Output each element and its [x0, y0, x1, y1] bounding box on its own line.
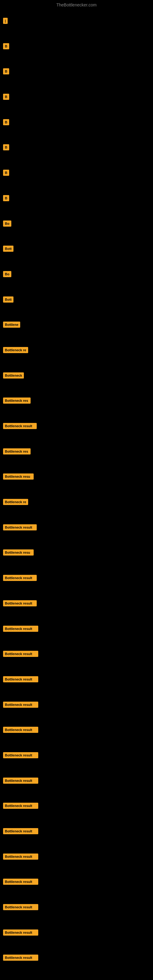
result-item: Bo: [3, 268, 150, 280]
result-item: Bottleneck result: [3, 420, 150, 432]
bottleneck-result-badge[interactable]: Bottleneck res: [3, 449, 30, 455]
result-item: Bottleneck result: [3, 850, 150, 863]
result-item: B: [3, 167, 150, 179]
result-item: |: [3, 15, 150, 27]
bottleneck-result-badge[interactable]: Bottleneck res: [3, 398, 30, 404]
bottleneck-result-badge[interactable]: B: [3, 195, 9, 201]
bottleneck-result-badge[interactable]: Bottleneck result: [3, 778, 38, 784]
bottleneck-result-badge[interactable]: Bottleneck result: [3, 651, 38, 657]
result-item: Bottleneck re: [3, 496, 150, 508]
bottleneck-result-badge[interactable]: Bott: [3, 246, 13, 252]
bottleneck-result-badge[interactable]: Bottleneck result: [3, 803, 38, 809]
result-item: B: [3, 116, 150, 128]
bottleneck-result-badge[interactable]: Bottleneck result: [3, 575, 37, 581]
bottleneck-result-badge[interactable]: Bottleneck result: [3, 904, 38, 910]
bottleneck-result-badge[interactable]: Bo: [3, 221, 11, 227]
bottleneck-result-badge[interactable]: Bottlene: [3, 321, 20, 328]
bottleneck-result-badge[interactable]: Bottleneck result: [3, 626, 38, 632]
site-title-container: TheBottlenecker.com: [0, 0, 153, 9]
result-item: Bottleneck res: [3, 395, 150, 407]
result-item: Bottleneck result: [3, 597, 150, 609]
bottleneck-result-badge[interactable]: Bottleneck resu: [3, 474, 33, 480]
result-item: Bottleneck result: [3, 875, 150, 888]
result-item: Bottleneck result: [3, 572, 150, 584]
result-item: Bottleneck result: [3, 775, 150, 787]
bottleneck-result-badge[interactable]: Bottleneck result: [3, 600, 37, 606]
result-item: Bottleneck result: [3, 926, 150, 939]
bottleneck-result-badge[interactable]: Bottleneck: [3, 372, 24, 379]
results-container: |BBBBBBBBoBottBoBottBottleneBottleneck r…: [0, 9, 153, 970]
result-item: B: [3, 141, 150, 153]
bottleneck-result-badge[interactable]: B: [3, 144, 9, 150]
result-item: B: [3, 192, 150, 204]
result-item: Bott: [3, 293, 150, 305]
result-item: Bottleneck result: [3, 749, 150, 761]
result-item: Bottleneck result: [3, 623, 150, 635]
result-item: B: [3, 65, 150, 78]
bottleneck-result-badge[interactable]: B: [3, 68, 9, 75]
bottleneck-result-badge[interactable]: B: [3, 43, 9, 49]
bottleneck-result-badge[interactable]: Bottleneck result: [3, 423, 37, 429]
bottleneck-result-badge[interactable]: |: [3, 18, 8, 24]
bottleneck-result-badge[interactable]: Bottleneck result: [3, 955, 38, 961]
bottleneck-result-badge[interactable]: Bo: [3, 271, 11, 277]
bottleneck-result-badge[interactable]: Bottleneck result: [3, 727, 38, 733]
bottleneck-result-badge[interactable]: B: [3, 119, 9, 125]
result-item: Bottleneck resu: [3, 470, 150, 483]
result-item: Bottleneck re: [3, 344, 150, 356]
result-item: Bo: [3, 218, 150, 230]
bottleneck-result-badge[interactable]: Bottleneck re: [3, 499, 28, 505]
result-item: Bottleneck result: [3, 951, 150, 964]
bottleneck-result-badge[interactable]: Bottleneck result: [3, 524, 37, 530]
bottleneck-result-badge[interactable]: B: [3, 94, 9, 100]
result-item: Bott: [3, 243, 150, 255]
bottleneck-result-badge[interactable]: Bottleneck result: [3, 879, 38, 885]
result-item: Bottleneck result: [3, 825, 150, 837]
bottleneck-result-badge[interactable]: Bottleneck resu: [3, 549, 33, 555]
site-title: TheBottlenecker.com: [0, 0, 153, 9]
bottleneck-result-badge[interactable]: Bott: [3, 296, 13, 302]
bottleneck-result-badge[interactable]: Bottleneck result: [3, 929, 38, 935]
result-item: Bottleneck result: [3, 724, 150, 736]
bottleneck-result-badge[interactable]: Bottleneck result: [3, 752, 38, 758]
result-item: Bottleneck result: [3, 521, 150, 533]
result-item: B: [3, 40, 150, 52]
result-item: Bottleneck: [3, 369, 150, 382]
result-item: Bottleneck resu: [3, 546, 150, 558]
result-item: Bottleneck result: [3, 648, 150, 660]
result-item: Bottleneck result: [3, 901, 150, 913]
bottleneck-result-badge[interactable]: Bottleneck re: [3, 347, 28, 353]
result-item: Bottleneck res: [3, 445, 150, 458]
result-item: Bottleneck result: [3, 698, 150, 711]
result-item: Bottlene: [3, 318, 150, 331]
result-item: B: [3, 91, 150, 103]
bottleneck-result-badge[interactable]: Bottleneck result: [3, 702, 38, 708]
result-item: Bottleneck result: [3, 673, 150, 686]
bottleneck-result-badge[interactable]: Bottleneck result: [3, 828, 38, 834]
bottleneck-result-badge[interactable]: B: [3, 170, 9, 176]
result-item: Bottleneck result: [3, 800, 150, 812]
bottleneck-result-badge[interactable]: Bottleneck result: [3, 854, 38, 860]
bottleneck-result-badge[interactable]: Bottleneck result: [3, 676, 38, 682]
